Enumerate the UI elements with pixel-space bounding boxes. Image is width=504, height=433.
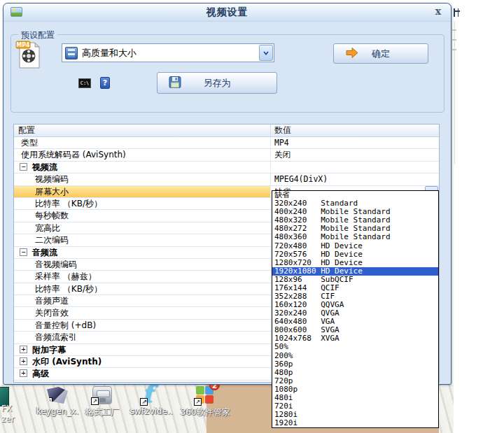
config-cell: 使用系统解码器 (AviSynth) (14, 149, 271, 160)
sliver-dash (452, 49, 456, 50)
dropdown-item[interactable]: 720p (272, 377, 438, 385)
config-label: 音频流 (32, 248, 57, 257)
table-row[interactable]: −视频流 (14, 162, 439, 173)
config-label: 采样率 （赫兹） (35, 271, 97, 281)
expand-toggle-icon[interactable]: − (20, 163, 27, 171)
config-cell: −视频流 (14, 162, 271, 173)
desktop-icon-keygen[interactable]: ↗ keygen_x. (36, 385, 78, 420)
dropdown-item[interactable]: 50% (272, 343, 438, 351)
value-cell: MPEG4(DivX) (271, 173, 439, 185)
config-label: 视频编码 (35, 174, 69, 184)
background-right-area (454, 0, 504, 433)
config-label: 比特率 （KB/秒） (35, 199, 102, 208)
preset-group-label: 预设配置 (18, 29, 57, 41)
config-cell: 类型 (14, 137, 271, 148)
config-label: 类型 (21, 138, 38, 148)
config-cell: 音频流索引 (14, 332, 271, 343)
config-cell: 音视频编码 (14, 259, 271, 270)
ok-button[interactable]: 确定 (333, 43, 428, 64)
dropdown-item[interactable]: 480i (272, 394, 438, 402)
help-icon[interactable]: ? (100, 77, 110, 89)
column-header-value[interactable]: 数值 (271, 125, 439, 136)
expand-toggle-icon[interactable]: + (20, 357, 27, 365)
config-label: 关闭音效 (35, 308, 69, 318)
table-row[interactable]: 使用系统解码器 (AviSynth) 关闭 (14, 149, 439, 161)
dropdown-item[interactable]: 480x360 Mobile Standard (272, 233, 438, 241)
shortcut-arrow-icon: ↗ (45, 397, 52, 405)
table-row[interactable]: 类型 MP4 (14, 137, 439, 149)
expand-toggle-icon[interactable]: + (20, 369, 27, 377)
expand-toggle-icon[interactable]: − (20, 248, 27, 256)
ok-button-label: 确定 (372, 48, 390, 60)
config-table-header: 配置 数值 (14, 125, 439, 137)
config-cell: −音频流 (14, 247, 271, 258)
preset-combobox[interactable]: 高质量和大小 (62, 43, 274, 62)
dropdown-item[interactable]: 720x576 HD Device (272, 250, 438, 259)
config-label: 比特率 （KB/秒） (35, 284, 102, 294)
config-cell: 采样率 （赫兹） (14, 271, 271, 282)
config-cell: 比特率 （KB/秒） (14, 283, 271, 294)
dialog-title: 视频设置 (4, 6, 451, 19)
value-cell: MP4 (271, 137, 439, 148)
chevron-down-icon[interactable] (259, 45, 273, 61)
background-window-sliver (454, 21, 455, 164)
desktop-icon-swf2video[interactable]: f ↗ swf2vide.. (132, 385, 171, 420)
desktop-icon-fx-label-line1: FX (1, 404, 12, 413)
preset-combobox-value: 高质量和大小 (82, 47, 136, 59)
config-cell: +附加字幕 (14, 344, 271, 355)
floppy-save-icon (169, 76, 181, 90)
desktop-icon-label: 格式工厂 (85, 406, 119, 418)
360-manager-icon: 2 ↗ (196, 386, 214, 404)
expand-toggle-icon[interactable]: + (20, 346, 27, 353)
config-cell: 每秒帧数 (14, 210, 271, 221)
config-cell: 二次编码 (14, 234, 271, 246)
dropdown-item[interactable]: 360p (272, 360, 438, 369)
format-factory-icon: ↗ (92, 386, 112, 404)
dropdown-item[interactable]: 720x480 HD Device (272, 241, 438, 250)
sliver-dash (452, 39, 456, 41)
table-row[interactable]: 视频编码 MPEG4(DivX) (14, 173, 439, 185)
config-label: 二次编码 (35, 235, 69, 245)
dropdown-item[interactable]: 480p (272, 369, 438, 377)
dropdown-item[interactable]: 1920x1080 HD Device (272, 267, 438, 276)
desktop-icon-360-manager[interactable]: 2 ↗ 360软件管家 (183, 385, 227, 420)
shortcut-arrow-icon: ↗ (91, 397, 99, 405)
config-label: 音频声道 (35, 296, 69, 306)
config-cell: 视频编码 (14, 173, 271, 185)
column-header-config[interactable]: 配置 (14, 125, 271, 136)
dropdown-item[interactable]: 1280x720 HD Device (272, 259, 438, 267)
close-icon[interactable]: x (435, 6, 441, 17)
shortcut-arrow-icon: ↗ (140, 398, 148, 406)
dropdown-item[interactable]: 1024x768 XVGA (272, 334, 438, 343)
config-value: MPEG4(DivX) (274, 174, 328, 184)
svg-text:MP4: MP4 (16, 42, 30, 48)
config-cell: 屏幕大小 (14, 186, 271, 197)
config-label: 宽高比 (35, 223, 60, 233)
config-label: 附加字幕 (32, 345, 66, 355)
config-cell: 比特率 （KB/秒） (14, 198, 271, 209)
config-value: MP4 (274, 138, 289, 148)
shortcut-arrow-icon: ↗ (194, 398, 202, 406)
config-cell: 关闭音效 (14, 307, 271, 318)
config-label: 音视频编码 (35, 260, 77, 269)
dropdown-item[interactable]: 1920i (272, 419, 438, 427)
screen-size-dropdown-list: 缺省320x240 Standard400x240 Mobile Standar… (272, 190, 439, 428)
value-cell (271, 162, 439, 173)
dropdown-item[interactable]: 1080p (272, 385, 438, 394)
config-label: 每秒帧数 (35, 211, 69, 220)
config-label: 高级 (32, 369, 49, 378)
config-label: 屏幕大小 (35, 187, 69, 197)
desktop-icon-label: keygen_x. (36, 406, 79, 416)
config-cell: 音量控制 (+dB) (14, 320, 271, 331)
background-window-sliver-glyph (454, 8, 458, 17)
command-line-icon[interactable]: C:\ (78, 78, 91, 88)
config-value: 关闭 (274, 150, 290, 159)
sliver-dash (452, 29, 456, 31)
value-cell: 关闭 (271, 149, 439, 160)
dialog-titlebar[interactable]: 视频设置 x (4, 3, 451, 22)
dropdown-item[interactable]: 200% (272, 351, 438, 360)
desktop-icon-format-factory[interactable]: ↗ 格式工厂 (83, 385, 122, 420)
config-label: 音频流索引 (35, 332, 77, 342)
config-cell: +水印 (AviSynth) (14, 356, 271, 367)
save-as-button[interactable]: 另存为 (157, 72, 277, 94)
